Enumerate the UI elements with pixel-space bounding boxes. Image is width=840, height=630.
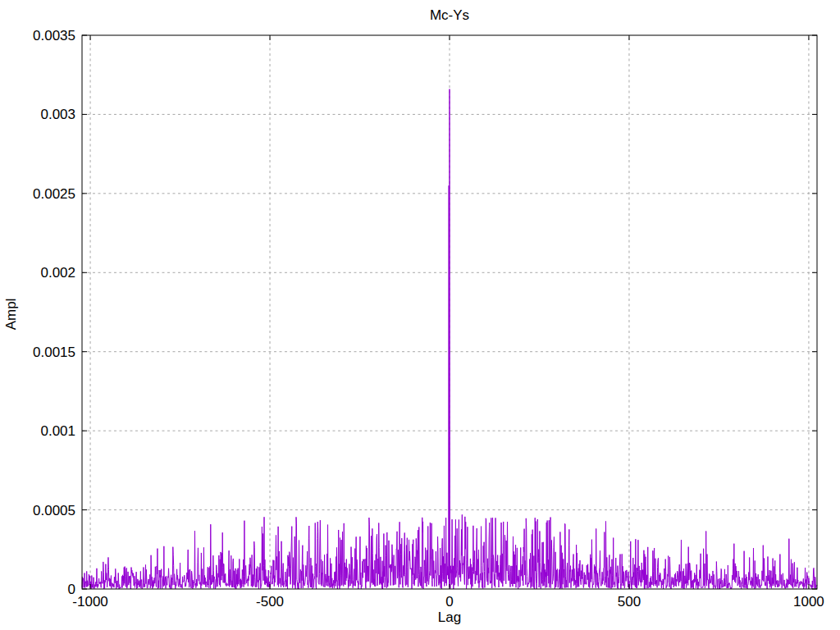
correlation-plot: -1000-5000500100000.00050.0010.00150.002…	[0, 0, 840, 630]
x-tick-label: -500	[256, 594, 284, 609]
y-tick-label: 0.0005	[33, 503, 75, 518]
y-tick-label: 0.0025	[33, 186, 75, 202]
x-tick-label: 1000	[793, 594, 824, 609]
y-axis-label: Ampl	[4, 299, 18, 331]
y-tick-label: 0.001	[40, 423, 75, 439]
y-tick-label: 0.002	[40, 265, 75, 281]
x-axis-label: Lag	[438, 610, 461, 624]
x-tick-label: -1000	[72, 594, 107, 609]
x-tick-label: 0	[445, 594, 453, 609]
y-tick-label: 0.003	[40, 107, 75, 122]
y-tick-label: 0	[68, 582, 75, 597]
chart-title: Mc-Ys	[430, 8, 469, 22]
x-tick-label: 500	[618, 594, 641, 609]
y-tick-label: 0.0015	[33, 345, 75, 360]
gnuplot-canvas: Mc-Ys Ampl Lag -1000-5000500100000.00050…	[0, 0, 840, 630]
y-tick-label: 0.0035	[33, 28, 75, 43]
